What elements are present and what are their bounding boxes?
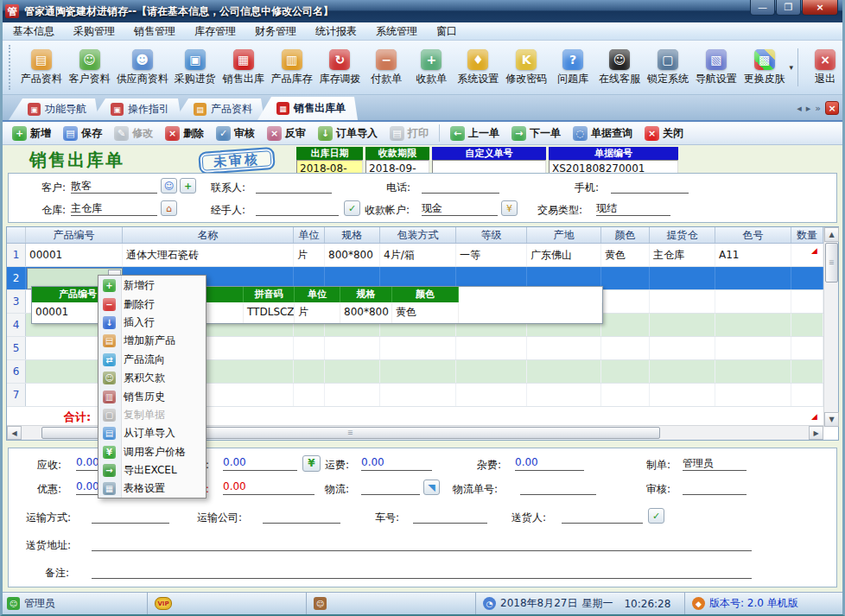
menu-insert-row[interactable]: ↓插入行: [98, 314, 206, 332]
toolbar-sales-out-button[interactable]: ▦销售出库: [219, 47, 268, 89]
menu-customer-price[interactable]: ¥调用客户价格: [98, 443, 206, 461]
grid-cell[interactable]: 黄色: [601, 244, 650, 266]
picker-cell[interactable]: 800*800: [340, 302, 392, 323]
minimize-button[interactable]: —: [750, 0, 775, 16]
maximize-button[interactable]: ❐: [776, 0, 801, 16]
toolbar-exit-button[interactable]: ×退出: [803, 47, 845, 89]
toolbar-online-service-button[interactable]: ☺在线客服: [595, 47, 644, 89]
tab-collapse-button[interactable]: »: [815, 103, 821, 114]
toolbar-lock-system-button[interactable]: ▢锁定系统: [644, 47, 692, 89]
col-name[interactable]: 名称: [123, 227, 294, 243]
chevron-down-icon[interactable]: ▾: [790, 63, 794, 72]
toolbar-question-bank-button[interactable]: ?问题库: [550, 47, 595, 89]
tab-product-data[interactable]: ▤产品资料: [175, 98, 264, 120]
add-customer-icon[interactable]: +: [180, 178, 196, 194]
scroll-right-arrow[interactable]: ▶: [809, 426, 823, 440]
unapprove-button[interactable]: ×反审: [262, 124, 311, 143]
next-doc-button[interactable]: →下一单: [506, 124, 566, 143]
grid-cell[interactable]: [456, 337, 527, 359]
delete-button[interactable]: ×删除: [160, 124, 209, 143]
menu-inventory[interactable]: 库存管理: [185, 22, 245, 40]
scroll-down-arrow[interactable]: ▼: [824, 412, 839, 427]
grid-cell[interactable]: [527, 337, 601, 359]
grid-cell[interactable]: [380, 384, 456, 406]
menu-grid-settings[interactable]: ▦表格设置: [98, 479, 206, 498]
menu-purchase[interactable]: 采购管理: [64, 22, 124, 40]
contact-input[interactable]: [256, 179, 332, 194]
grid-cell[interactable]: [380, 337, 456, 359]
toolbar-payment-button[interactable]: −付款单: [364, 47, 409, 89]
vertical-scroll-thumb[interactable]: ☰: [825, 243, 838, 283]
picker-cell[interactable]: TTDLSCZ: [244, 302, 295, 323]
toolbar-customer-data-button[interactable]: ☺客户资料: [66, 47, 114, 89]
received-value[interactable]: 0.00: [223, 456, 297, 471]
new-button[interactable]: +新增: [7, 124, 56, 143]
grid-row-1[interactable]: 1 00001 通体大理石瓷砖 片 800*800 4片/箱 一等 广东佛山 黄…: [7, 244, 838, 267]
grid-cell[interactable]: [650, 384, 715, 406]
menu-delete-row[interactable]: −删除行: [98, 295, 206, 313]
grid-cell[interactable]: 4片/箱: [380, 244, 456, 266]
col-color[interactable]: 颜色: [601, 227, 650, 243]
menu-window[interactable]: 窗口: [427, 22, 467, 40]
handler-check-icon[interactable]: ✓: [344, 200, 360, 216]
grid-cell[interactable]: [715, 337, 791, 359]
grid-cell[interactable]: [294, 384, 325, 406]
toolbar-product-stock-button[interactable]: ▥产品库存: [268, 47, 316, 89]
grid-cell[interactable]: 片: [294, 244, 325, 266]
menu-system[interactable]: 系统管理: [366, 22, 427, 40]
grid-cell[interactable]: [791, 290, 823, 313]
approve-button[interactable]: ✓审核: [211, 124, 260, 143]
print-button[interactable]: ▤打印: [384, 124, 434, 143]
phone-input[interactable]: [422, 179, 499, 194]
picker-cell[interactable]: 黄色: [392, 302, 459, 323]
customer-input[interactable]: 散客: [71, 179, 157, 194]
prev-doc-button[interactable]: ←上一单: [445, 124, 505, 143]
grid-cell[interactable]: [650, 337, 715, 359]
grid-cell[interactable]: [527, 384, 601, 406]
menu-product-flow[interactable]: ⇄产品流向: [98, 351, 206, 369]
toolbar-system-settings-button[interactable]: ♦系统设置: [454, 47, 502, 89]
menu-reports[interactable]: 统计报表: [306, 22, 366, 40]
grid-cell[interactable]: [650, 290, 715, 313]
menu-basic-info[interactable]: 基本信息: [3, 22, 64, 40]
grid-cell[interactable]: [715, 384, 791, 406]
toolbar-nav-settings-button[interactable]: ▧导航设置: [692, 47, 740, 89]
menu-copy-doc[interactable]: ▢复制单据: [98, 406, 206, 424]
close-button[interactable]: ×: [802, 0, 838, 16]
col-color-no[interactable]: 色号: [715, 227, 791, 243]
toolbar-receipt-button[interactable]: +收款单: [409, 47, 454, 89]
grid-cell[interactable]: 800*800: [325, 244, 380, 266]
grid-cell[interactable]: [715, 314, 791, 336]
trade-type-input[interactable]: 现结: [596, 201, 670, 216]
grid-cell[interactable]: [456, 360, 527, 383]
logistics-input[interactable]: [361, 480, 420, 495]
scroll-up-arrow[interactable]: ▲: [824, 227, 839, 242]
vehicle-no-input[interactable]: [413, 509, 487, 524]
deliverer-input[interactable]: [562, 509, 643, 524]
scroll-left-arrow[interactable]: ◀: [7, 426, 22, 440]
menu-finance[interactable]: 财务管理: [245, 22, 306, 40]
grid-cell[interactable]: [294, 337, 325, 359]
doc-query-button[interactable]: ◌单据查询: [568, 124, 638, 143]
grid-cell[interactable]: [650, 360, 715, 383]
logistics-no-input[interactable]: [520, 480, 596, 495]
grid-cell[interactable]: [791, 384, 823, 406]
toolbar-purchase-in-button[interactable]: ▣采购进货: [171, 47, 219, 89]
picker-cell[interactable]: 片: [295, 302, 340, 323]
grid-cell[interactable]: [791, 337, 823, 359]
order-import-button[interactable]: ↓订单导入: [313, 124, 383, 143]
grid-cell[interactable]: 通体大理石瓷砖: [123, 244, 294, 266]
grid-cell[interactable]: [527, 360, 601, 383]
grid-cell[interactable]: [715, 267, 791, 289]
menu-sales[interactable]: 销售管理: [124, 22, 185, 40]
grid-cell[interactable]: [791, 244, 823, 266]
col-origin[interactable]: 产地: [527, 227, 601, 243]
col-pickup-warehouse[interactable]: 提货仓: [650, 227, 715, 243]
menu-export-excel[interactable]: →导出EXCEL: [98, 461, 206, 479]
grid-cell[interactable]: [601, 337, 650, 359]
save-button[interactable]: ▤保存: [58, 124, 107, 143]
grid-cell[interactable]: [601, 314, 650, 336]
col-grade[interactable]: 等级: [456, 227, 527, 243]
tab-scroll-right-button[interactable]: ▸: [806, 103, 811, 114]
account-brush-icon[interactable]: ¥: [501, 200, 518, 216]
